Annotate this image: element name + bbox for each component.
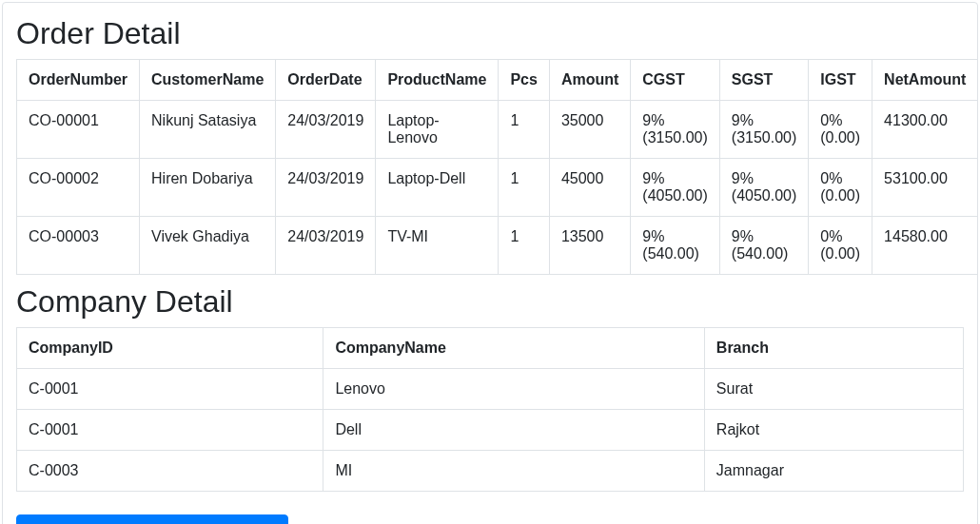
cell-sgst: 9% (540.00) xyxy=(719,217,808,275)
cell-order-number: CO-00002 xyxy=(17,159,140,217)
cell-company-name: MI xyxy=(323,451,704,492)
col-net-amount: NetAmount xyxy=(872,60,978,101)
col-cgst: CGST xyxy=(631,60,719,101)
table-row: CO-00001 Nikunj Satasiya 24/03/2019 Lapt… xyxy=(17,101,978,159)
order-detail-heading: Order Detail xyxy=(16,16,964,51)
cell-customer-name: Vivek Ghadiya xyxy=(140,217,276,275)
cell-cgst: 9% (4050.00) xyxy=(631,159,719,217)
cell-customer-name: Nikunj Satasiya xyxy=(140,101,276,159)
cell-pcs: 1 xyxy=(499,101,549,159)
cell-order-date: 24/03/2019 xyxy=(276,159,376,217)
cell-product-name: Laptop-Lenovo xyxy=(376,101,499,159)
cell-cgst: 9% (3150.00) xyxy=(631,101,719,159)
cell-net-amount: 14580.00 xyxy=(872,217,978,275)
cell-order-number: CO-00001 xyxy=(17,101,140,159)
col-amount: Amount xyxy=(549,60,630,101)
table-row: CO-00002 Hiren Dobariya 24/03/2019 Lapto… xyxy=(17,159,978,217)
col-company-name: CompanyName xyxy=(323,328,704,369)
table-row: CO-00003 Vivek Ghadiya 24/03/2019 TV-MI … xyxy=(17,217,978,275)
cell-order-date: 24/03/2019 xyxy=(276,101,376,159)
cell-company-id: C-0001 xyxy=(17,410,323,451)
convert-json-button[interactable]: Convert Json to Datatable & Dataset xyxy=(16,514,288,524)
order-detail-table: OrderNumber CustomerName OrderDate Produ… xyxy=(16,59,978,275)
company-detail-heading: Company Detail xyxy=(16,284,964,320)
cell-igst: 0% (0.00) xyxy=(809,101,872,159)
col-customer-name: CustomerName xyxy=(140,60,276,101)
col-pcs: Pcs xyxy=(499,60,549,101)
cell-igst: 0% (0.00) xyxy=(809,159,872,217)
col-order-date: OrderDate xyxy=(276,60,376,101)
cell-pcs: 1 xyxy=(499,217,549,275)
col-branch: Branch xyxy=(704,328,963,369)
cell-company-name: Lenovo xyxy=(323,369,704,410)
cell-net-amount: 53100.00 xyxy=(872,159,978,217)
col-sgst: SGST xyxy=(719,60,808,101)
cell-product-name: TV-MI xyxy=(376,217,499,275)
cell-company-id: C-0001 xyxy=(17,369,323,410)
table-header-row: OrderNumber CustomerName OrderDate Produ… xyxy=(17,60,978,101)
cell-sgst: 9% (3150.00) xyxy=(719,101,808,159)
cell-amount: 13500 xyxy=(549,217,630,275)
cell-cgst: 9% (540.00) xyxy=(631,217,719,275)
cell-order-number: CO-00003 xyxy=(17,217,140,275)
cell-company-name: Dell xyxy=(323,410,704,451)
col-order-number: OrderNumber xyxy=(17,60,140,101)
table-row: C-0001 Dell Rajkot xyxy=(17,410,964,451)
cell-igst: 0% (0.00) xyxy=(809,217,872,275)
table-row: C-0001 Lenovo Surat xyxy=(17,369,964,410)
table-row: C-0003 MI Jamnagar xyxy=(17,451,964,492)
cell-branch: Surat xyxy=(704,369,963,410)
cell-branch: Rajkot xyxy=(704,410,963,451)
cell-amount: 35000 xyxy=(549,101,630,159)
cell-order-date: 24/03/2019 xyxy=(276,217,376,275)
company-detail-table: CompanyID CompanyName Branch C-0001 Leno… xyxy=(16,327,964,492)
cell-amount: 45000 xyxy=(549,159,630,217)
cell-pcs: 1 xyxy=(499,159,549,217)
cell-sgst: 9% (4050.00) xyxy=(719,159,808,217)
cell-company-id: C-0003 xyxy=(17,451,323,492)
cell-product-name: Laptop-Dell xyxy=(376,159,499,217)
col-igst: IGST xyxy=(809,60,872,101)
cell-branch: Jamnagar xyxy=(704,451,963,492)
table-header-row: CompanyID CompanyName Branch xyxy=(17,328,964,369)
main-panel: Order Detail OrderNumber CustomerName Or… xyxy=(2,2,978,524)
col-product-name: ProductName xyxy=(376,60,499,101)
col-company-id: CompanyID xyxy=(17,328,323,369)
cell-customer-name: Hiren Dobariya xyxy=(140,159,276,217)
cell-net-amount: 41300.00 xyxy=(872,101,978,159)
